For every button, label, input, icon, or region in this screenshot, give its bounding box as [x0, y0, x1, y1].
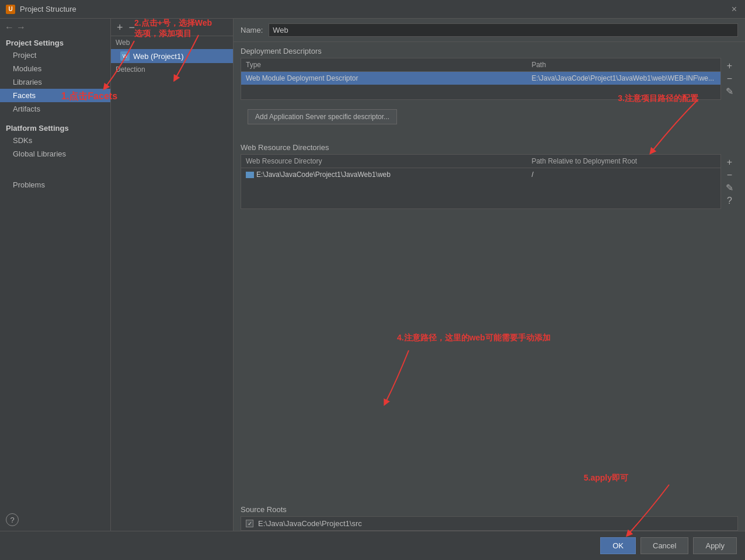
- add-app-server-descriptor-button[interactable]: Add Application Server specific descript…: [248, 109, 397, 124]
- add-descriptor-row-button[interactable]: +: [723, 60, 736, 72]
- path-column-header: Path: [527, 58, 720, 71]
- web-resource-side-buttons: + − ✎ ?: [721, 154, 738, 209]
- right-panel: Name: Deployment Descriptors Type Path W…: [234, 19, 745, 531]
- middle-panel: + − Web W Web (Project1) Detection: [111, 19, 234, 531]
- sidebar: ← → Project Settings Project Modules Lib…: [0, 19, 111, 531]
- deployment-table: Type Path Web Module Deployment Descript…: [241, 58, 721, 100]
- sidebar-item-modules[interactable]: Modules: [0, 62, 110, 75]
- add-facet-button[interactable]: +: [116, 22, 124, 33]
- deployment-descriptor-row[interactable]: Web Module Deployment Descriptor E:\Java…: [241, 72, 720, 85]
- name-label: Name:: [241, 26, 263, 34]
- name-row: Name:: [234, 19, 745, 42]
- edit-descriptor-row-button[interactable]: ✎: [723, 86, 736, 98]
- remove-descriptor-row-button[interactable]: −: [723, 73, 736, 85]
- platform-settings-header: Platform Settings: [0, 121, 110, 134]
- sidebar-item-sdks[interactable]: SDKs: [0, 134, 110, 147]
- sidebar-item-libraries[interactable]: Libraries: [0, 75, 110, 89]
- web-resource-table-header: Web Resource Directory Path Relative to …: [241, 155, 720, 168]
- web-resource-dir-cell: E:\Java\JavaCode\Project1\JavaWeb1\web: [241, 168, 527, 181]
- descriptor-side-buttons: + − ✎: [721, 58, 738, 100]
- web-resource-dir-header: Web Resource Directory: [241, 155, 527, 168]
- detection-label: Detection: [111, 63, 233, 76]
- source-root-path: E:\Java\JavaCode\Project1\src: [258, 519, 362, 528]
- sidebar-item-problems[interactable]: Problems: [0, 178, 110, 192]
- ok-button[interactable]: OK: [600, 537, 636, 554]
- bottom-bar: OK Cancel Apply: [0, 531, 745, 560]
- web-resource-table-area: Web Resource Directory Path Relative to …: [241, 154, 738, 209]
- source-roots-table: E:\Java\JavaCode\Project1\src: [241, 516, 738, 531]
- sidebar-item-artifacts[interactable]: Artifacts: [0, 102, 110, 116]
- facet-item-web-project1[interactable]: W Web (Project1): [111, 49, 233, 63]
- source-root-checkbox[interactable]: [246, 520, 253, 527]
- deployment-table-area: Type Path Web Module Deployment Descript…: [241, 58, 738, 100]
- web-resource-section: Web Resource Directories Web Resource Di…: [234, 138, 745, 209]
- descriptor-path-cell: E:\Java\JavaCode\Project1\JavaWeb1\web\W…: [527, 72, 720, 85]
- deployment-descriptors-title: Deployment Descriptors: [234, 42, 745, 58]
- dialog-title: Project Structure: [20, 5, 729, 13]
- help-web-resource-button[interactable]: ?: [723, 195, 736, 207]
- facet-category-web: Web: [111, 36, 233, 49]
- nav-arrows: ← →: [0, 19, 110, 36]
- help-area: ?: [0, 509, 110, 531]
- web-resource-table: Web Resource Directory Path Relative to …: [241, 154, 721, 209]
- name-input[interactable]: [269, 23, 738, 37]
- sidebar-item-facets[interactable]: Facets: [0, 89, 110, 102]
- folder-icon: [246, 172, 254, 178]
- web-resource-relative-header: Path Relative to Deployment Root: [527, 155, 720, 168]
- remove-web-resource-button[interactable]: −: [723, 169, 736, 181]
- edit-web-resource-button[interactable]: ✎: [723, 182, 736, 194]
- add-web-resource-button[interactable]: +: [723, 156, 736, 168]
- apply-button[interactable]: Apply: [693, 537, 737, 554]
- back-arrow[interactable]: ←: [5, 22, 14, 33]
- sidebar-item-project[interactable]: Project: [0, 48, 110, 62]
- help-button[interactable]: ?: [6, 513, 19, 526]
- cancel-button[interactable]: Cancel: [640, 537, 688, 554]
- descriptor-type-cell: Web Module Deployment Descriptor: [241, 72, 527, 85]
- web-resource-title: Web Resource Directories: [234, 138, 745, 154]
- title-bar: U Project Structure ×: [0, 0, 745, 19]
- source-root-row: E:\Java\JavaCode\Project1\src: [241, 517, 737, 530]
- web-facet-icon: W: [120, 51, 130, 61]
- deployment-table-header: Type Path: [241, 58, 720, 72]
- source-roots-title: Source Roots: [234, 500, 745, 516]
- close-button[interactable]: ×: [729, 4, 739, 15]
- web-resource-relative-cell: /: [527, 168, 720, 181]
- sidebar-item-global-libraries[interactable]: Global Libraries: [0, 147, 110, 161]
- add-descriptor-btn-area: Add Application Server specific descript…: [234, 100, 745, 134]
- type-column-header: Type: [241, 58, 527, 71]
- forward-arrow[interactable]: →: [16, 22, 26, 33]
- middle-toolbar: + −: [111, 19, 233, 36]
- web-resource-row[interactable]: E:\Java\JavaCode\Project1\JavaWeb1\web /: [241, 168, 720, 181]
- app-icon: U: [6, 5, 15, 14]
- remove-facet-button[interactable]: −: [128, 22, 137, 33]
- source-roots-section: Source Roots E:\Java\JavaCode\Project1\s…: [234, 500, 745, 531]
- project-settings-header: Project Settings: [0, 36, 110, 48]
